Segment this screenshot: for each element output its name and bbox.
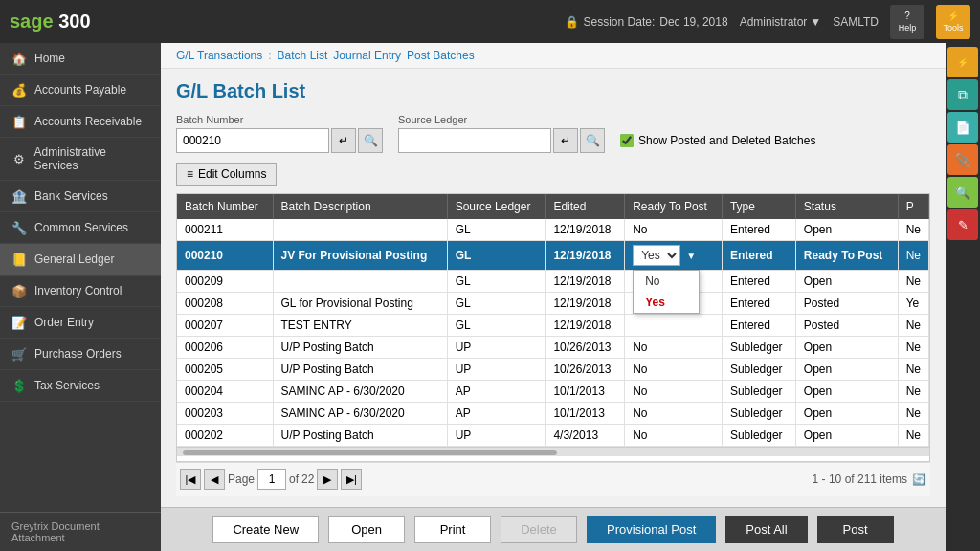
- sidebar-item-tax-services[interactable]: 💲 Tax Services: [0, 370, 161, 402]
- batch-number-input[interactable]: [176, 128, 329, 153]
- sidebar-item-administrative-services[interactable]: ⚙ Administrative Services: [0, 138, 161, 181]
- top-bar: sage 300 🔒 Session Date: Dec 19, 2018 Ad…: [0, 0, 980, 43]
- cell-status: Open: [795, 381, 898, 403]
- show-posted-checkbox[interactable]: [620, 134, 634, 147]
- search-icon-btn[interactable]: 🔍: [947, 177, 978, 208]
- sidebar-item-inventory-control[interactable]: 📦 Inventory Control: [0, 276, 161, 307]
- source-ledger-input[interactable]: [398, 128, 551, 153]
- next-page-btn[interactable]: ▶: [317, 469, 338, 490]
- cell-p: Ne: [898, 337, 928, 359]
- first-page-btn[interactable]: |◀: [180, 469, 201, 490]
- copy-icon-btn[interactable]: ⧉: [947, 79, 978, 110]
- dropdown-option[interactable]: No: [634, 271, 699, 292]
- content-area: G/L Batch List Batch Number ↵ 🔍 Source L…: [161, 69, 946, 507]
- cell-source-ledger: GL: [447, 293, 546, 315]
- table-row[interactable]: 000205U/P Posting BatchUP10/26/2013NoSub…: [177, 359, 929, 381]
- horizontal-scrollbar[interactable]: [177, 447, 929, 456]
- table-row[interactable]: 000210JV For Provisional PostingGL12/19/…: [177, 241, 929, 271]
- create-new-button[interactable]: Create New: [212, 516, 319, 543]
- lightning-icon-btn[interactable]: ⚡: [947, 47, 978, 77]
- cell-source-ledger: GL: [447, 271, 546, 293]
- open-button[interactable]: Open: [328, 516, 405, 543]
- cell-edited: 12/19/2018: [546, 293, 625, 315]
- table-row[interactable]: 000209GL12/19/2018EnteredOpenNe: [177, 271, 929, 293]
- cell-source-ledger: GL: [447, 219, 546, 241]
- cell-source-ledger: UP: [447, 337, 546, 359]
- edit-icon-btn[interactable]: ✎: [947, 209, 978, 240]
- table-row[interactable]: 000203SAMINC AP - 6/30/2020AP10/1/2013No…: [177, 403, 929, 425]
- ready-to-post-select[interactable]: NoYes: [633, 245, 680, 266]
- sidebar-item-bank-services[interactable]: 🏦 Bank Services: [0, 181, 161, 212]
- cell-ready-to-post[interactable]: No: [625, 359, 723, 381]
- cell-p: Ne: [898, 219, 928, 241]
- source-ledger-search-btn[interactable]: 🔍: [580, 128, 605, 153]
- sidebar-item-accounts-receivable[interactable]: 📋 Accounts Receivable: [0, 106, 161, 138]
- breadcrumb-gl-transactions[interactable]: G/L Transactions: [176, 49, 262, 62]
- prev-page-btn[interactable]: ◀: [204, 469, 225, 490]
- cell-status: Posted: [795, 293, 898, 315]
- session-info: 🔒 Session Date: Dec 19, 2018: [565, 15, 728, 29]
- cell-type: Subledger: [722, 359, 795, 381]
- batch-number-enter-btn[interactable]: ↵: [331, 128, 356, 153]
- table-row[interactable]: 000207TEST ENTRYGL12/19/2018EnteredPoste…: [177, 315, 929, 337]
- table-row[interactable]: 000211GL12/19/2018NoEnteredOpenNe: [177, 219, 929, 241]
- sidebar-item-purchase-orders[interactable]: 🛒 Purchase Orders: [0, 339, 161, 370]
- sidebar-item-general-ledger[interactable]: 📒 General Ledger: [0, 244, 161, 276]
- batch-number-search-btn[interactable]: 🔍: [358, 128, 383, 153]
- provisional-post-button[interactable]: Provisional Post: [587, 516, 716, 543]
- cell-ready-to-post[interactable]: No: [625, 219, 723, 241]
- cell-batch-number: 000202: [177, 425, 273, 447]
- breadcrumb-batch-list[interactable]: Batch List: [278, 49, 328, 62]
- cell-type: Entered: [722, 219, 795, 241]
- sidebar-item-label: Purchase Orders: [34, 347, 122, 361]
- sidebar-item-order-entry[interactable]: 📝 Order Entry: [0, 307, 161, 339]
- cell-status: Open: [795, 337, 898, 359]
- dropdown-option[interactable]: Yes: [634, 292, 699, 313]
- print-button[interactable]: Print: [414, 516, 491, 543]
- sidebar-item-label: Tax Services: [34, 379, 100, 392]
- source-ledger-enter-btn[interactable]: ↵: [553, 128, 578, 153]
- admin-dropdown[interactable]: Administrator ▼: [740, 15, 822, 29]
- dropdown-arrow-btn[interactable]: ▼: [682, 249, 700, 263]
- cell-ready-to-post[interactable]: No: [625, 425, 723, 447]
- cell-description: SAMINC AP - 6/30/2020: [273, 381, 447, 403]
- post-button[interactable]: Post: [817, 516, 894, 543]
- cell-source-ledger: GL: [447, 315, 546, 337]
- cell-type: Subledger: [722, 403, 795, 425]
- cell-ready-to-post[interactable]: [625, 315, 723, 337]
- cell-ready-to-post[interactable]: No: [625, 381, 723, 403]
- help-button[interactable]: ? Help: [890, 5, 924, 39]
- sidebar-item-label: Home: [34, 52, 65, 65]
- table-row[interactable]: 000208GL for Provisional PostingGL12/19/…: [177, 293, 929, 315]
- edit-columns-button[interactable]: ≡ Edit Columns: [176, 163, 277, 186]
- cell-p: Ne: [898, 403, 928, 425]
- delete-button[interactable]: Delete: [501, 516, 577, 543]
- sidebar-item-common-services[interactable]: 🔧 Common Services: [0, 212, 161, 244]
- cell-description: GL for Provisional Posting: [273, 293, 447, 315]
- tools-button[interactable]: ⚡ Tools: [936, 5, 970, 39]
- table-row[interactable]: 000202U/P Posting BatchUP4/3/2013NoSuble…: [177, 425, 929, 447]
- cell-status: Open: [795, 271, 898, 293]
- attach-icon-btn[interactable]: 📎: [947, 144, 978, 175]
- cell-ready-to-post[interactable]: No: [625, 403, 723, 425]
- cell-batch-number: 000211: [177, 219, 273, 241]
- table-row[interactable]: 000204SAMINC AP - 6/30/2020AP10/1/2013No…: [177, 381, 929, 403]
- greytrix-footer[interactable]: Greytrix Document Attachment: [0, 512, 161, 551]
- sidebar-item-home[interactable]: 🏠 Home: [0, 43, 161, 75]
- cell-ready-to-post[interactable]: NoYes▼NoYes: [625, 241, 723, 271]
- greytrix-label: Greytrix Document Attachment: [11, 520, 100, 543]
- cell-ready-to-post[interactable]: No: [625, 337, 723, 359]
- session-date: Dec 19, 2018: [659, 15, 727, 29]
- sidebar-item-accounts-payable[interactable]: 💰 Accounts Payable: [0, 75, 161, 106]
- paste-icon-btn[interactable]: 📄: [947, 112, 978, 143]
- session-label: Session Date:: [584, 15, 656, 29]
- breadcrumb-post-batches[interactable]: Post Batches: [407, 49, 475, 62]
- table-row[interactable]: 000206U/P Posting BatchUP10/26/2013NoSub…: [177, 337, 929, 359]
- post-all-button[interactable]: Post All: [725, 516, 807, 543]
- breadcrumb-journal-entry[interactable]: Journal Entry: [333, 49, 401, 62]
- refresh-icon[interactable]: 🔄: [912, 473, 926, 486]
- cell-edited: 10/26/2013: [546, 359, 625, 381]
- page-number-input[interactable]: [257, 469, 286, 490]
- sidebar-item-label: Inventory Control: [34, 284, 122, 298]
- last-page-btn[interactable]: ▶|: [341, 469, 362, 490]
